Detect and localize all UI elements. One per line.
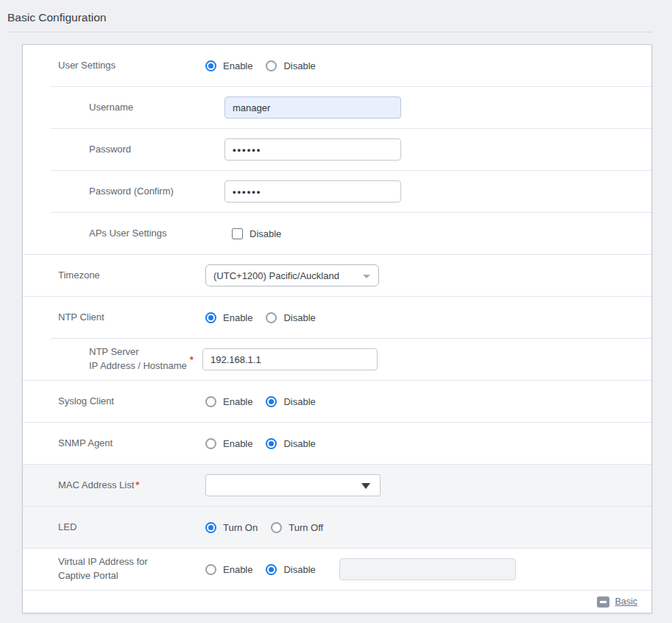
virtual-ip-disable-radio[interactable] xyxy=(266,564,277,575)
aps-user-settings-label: APs User Settings xyxy=(89,227,232,241)
ntp-server-label-wrap: NTP Server IP Address / Hostname * xyxy=(89,345,202,373)
ntp-client-enable-radio[interactable] xyxy=(205,312,216,323)
row-ntp-server: NTP Server IP Address / Hostname * xyxy=(23,339,651,380)
led-label: LED xyxy=(58,521,205,535)
mac-address-list-label: MAC Address List* xyxy=(58,479,205,493)
user-settings-disable-option[interactable]: Disable xyxy=(266,60,315,71)
ntp-client-disable-radio[interactable] xyxy=(266,312,277,323)
row-ntp-client: NTP Client Enable Disable xyxy=(23,297,651,338)
timezone-label: Timezone xyxy=(58,269,205,283)
user-settings-enable-label: Enable xyxy=(223,60,252,71)
username-label: Username xyxy=(89,101,224,115)
syslog-client-disable-label: Disable xyxy=(283,396,315,407)
led-turn-off-label: Turn Off xyxy=(289,522,323,533)
led-turn-on-label: Turn On xyxy=(223,522,258,533)
virtual-ip-label: Virtual IP Address for Captive Portal xyxy=(58,555,205,583)
syslog-client-enable-option[interactable]: Enable xyxy=(205,396,252,407)
aps-user-settings-checkbox-label: Disable xyxy=(250,228,281,239)
user-settings-label: User Settings xyxy=(58,59,205,73)
syslog-client-disable-radio[interactable] xyxy=(266,396,277,407)
led-turn-off-radio[interactable] xyxy=(271,522,282,533)
row-syslog-client: Syslog Client Enable Disable xyxy=(23,381,651,422)
snmp-agent-disable-option[interactable]: Disable xyxy=(266,438,315,449)
snmp-agent-enable-label: Enable xyxy=(223,438,252,449)
syslog-client-enable-radio[interactable] xyxy=(205,396,216,407)
ntp-client-label: NTP Client xyxy=(58,311,205,325)
row-password-confirm: Password (Confirm) xyxy=(23,171,651,212)
snmp-agent-disable-label: Disable xyxy=(283,438,315,449)
panel-footer: Basic xyxy=(23,590,651,613)
led-turn-on-radio[interactable] xyxy=(205,522,216,533)
led-turn-off-option[interactable]: Turn Off xyxy=(271,522,323,533)
syslog-client-enable-label: Enable xyxy=(223,396,252,407)
snmp-agent-label: SNMP Agent xyxy=(58,437,205,451)
password-confirm-label: Password (Confirm) xyxy=(89,185,224,199)
ntp-client-enable-label: Enable xyxy=(223,312,252,323)
virtual-ip-enable-radio[interactable] xyxy=(205,564,216,575)
user-settings-enable-radio[interactable] xyxy=(205,60,216,71)
row-mac-address-list: MAC Address List* xyxy=(23,465,651,506)
ntp-server-label: NTP Server IP Address / Hostname xyxy=(89,345,187,373)
header-divider xyxy=(7,32,652,32)
chevron-down-icon xyxy=(363,275,370,278)
snmp-agent-enable-radio[interactable] xyxy=(205,438,216,449)
row-led: LED Turn On Turn Off xyxy=(23,507,651,548)
ntp-client-enable-option[interactable]: Enable xyxy=(205,312,252,323)
password-label: Password xyxy=(89,143,224,157)
snmp-agent-enable-option[interactable]: Enable xyxy=(205,438,252,449)
ntp-client-disable-label: Disable xyxy=(283,312,315,323)
row-timezone: Timezone (UTC+1200) Pacific/Auckland xyxy=(23,255,651,296)
ntp-server-input[interactable] xyxy=(202,348,378,370)
password-input[interactable] xyxy=(224,138,401,161)
virtual-ip-disable-label: Disable xyxy=(283,564,315,575)
virtual-ip-enable-option[interactable]: Enable xyxy=(205,564,252,575)
row-virtual-ip: Virtual IP Address for Captive Portal En… xyxy=(23,549,651,590)
user-settings-enable-option[interactable]: Enable xyxy=(205,60,252,71)
user-settings-disable-label: Disable xyxy=(283,60,315,71)
page-header: Basic Configuration xyxy=(0,0,672,32)
ntp-client-disable-option[interactable]: Disable xyxy=(266,312,315,323)
required-asterisk: * xyxy=(135,479,139,490)
dropdown-arrow-icon xyxy=(361,483,370,489)
virtual-ip-input xyxy=(339,558,516,580)
page-title: Basic Configuration xyxy=(7,11,665,24)
basic-collapse-link[interactable]: Basic xyxy=(615,596,637,607)
row-aps-user-settings: APs User Settings Disable xyxy=(23,213,651,254)
led-turn-on-option[interactable]: Turn On xyxy=(205,522,258,533)
aps-user-settings-disable-checkbox[interactable] xyxy=(232,228,243,239)
timezone-select[interactable]: (UTC+1200) Pacific/Auckland xyxy=(205,264,379,286)
required-asterisk: * xyxy=(190,354,194,365)
mac-address-list-select[interactable] xyxy=(205,474,381,496)
syslog-client-disable-option[interactable]: Disable xyxy=(266,396,315,407)
password-confirm-input[interactable] xyxy=(224,180,401,203)
syslog-client-label: Syslog Client xyxy=(58,395,205,409)
virtual-ip-enable-label: Enable xyxy=(223,564,252,575)
row-user-settings: User Settings Enable Disable xyxy=(23,45,651,86)
basic-configuration-panel: User Settings Enable Disable Username Pa… xyxy=(22,44,652,613)
virtual-ip-disable-option[interactable]: Disable xyxy=(266,564,315,575)
user-settings-disable-radio[interactable] xyxy=(266,60,277,71)
timezone-selected-value: (UTC+1200) Pacific/Auckland xyxy=(213,270,339,281)
row-username: Username xyxy=(23,87,651,128)
username-input[interactable] xyxy=(224,96,401,119)
row-snmp-agent: SNMP Agent Enable Disable xyxy=(23,423,651,464)
collapse-minus-icon[interactable] xyxy=(597,596,609,608)
row-password: Password xyxy=(23,129,651,170)
snmp-agent-disable-radio[interactable] xyxy=(266,438,277,449)
